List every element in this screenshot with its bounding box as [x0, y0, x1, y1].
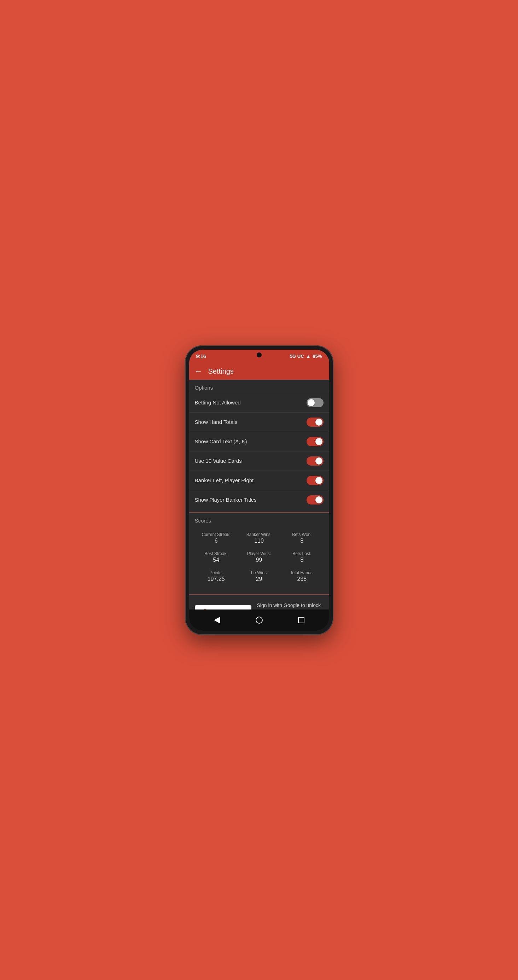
score-value-6: 197.25 — [196, 576, 236, 582]
score-bets-lost: Bets Lost: 8 — [281, 547, 323, 567]
phone-device: 9:16 5G UC ▲ 85% ← Settings Options Bett… — [185, 345, 333, 635]
toggle-use-10-value-cards[interactable] — [306, 457, 324, 466]
nav-back-button[interactable] — [214, 617, 220, 624]
recents-icon — [298, 617, 304, 623]
setting-label-2: Show Card Text (A, K) — [195, 438, 247, 444]
status-icons: 5G UC ▲ 85% — [290, 353, 322, 359]
toggle-knob-1 — [316, 418, 322, 426]
score-bets-won: Bets Won: 8 — [281, 528, 323, 547]
score-tie-wins: Tie Wins: 29 — [237, 567, 281, 586]
score-value-1: 110 — [239, 538, 279, 544]
back-button[interactable]: ← — [195, 368, 202, 375]
toggle-betting-not-allowed[interactable] — [306, 398, 324, 407]
score-banker-wins: Banker Wins: 110 — [237, 528, 281, 547]
options-section: Options Betting Not Allowed Show Hand To… — [189, 380, 329, 512]
scores-grid: Current Streak: 6 Banker Wins: 110 Bets … — [189, 526, 329, 589]
score-label-8: Total Hands: — [282, 570, 322, 575]
setting-label-0: Betting Not Allowed — [195, 399, 241, 406]
setting-betting-not-allowed: Betting Not Allowed — [189, 393, 329, 412]
camera-notch — [257, 353, 261, 358]
setting-show-player-banker-titles: Show Player Banker Titles — [189, 490, 329, 509]
score-label-4: Player Wins: — [239, 551, 279, 556]
toggle-banker-left-player-right[interactable] — [306, 476, 324, 485]
score-points: Points: 197.25 — [195, 567, 237, 586]
score-value-4: 99 — [239, 557, 279, 563]
score-value-0: 6 — [196, 538, 236, 544]
home-icon — [256, 617, 263, 624]
score-value-5: 8 — [282, 557, 322, 563]
setting-banker-left-player-right: Banker Left, Player Right — [189, 471, 329, 490]
score-current-streak: Current Streak: 6 — [195, 528, 237, 547]
toggle-knob-5 — [316, 496, 322, 503]
page-title: Settings — [208, 368, 234, 375]
settings-content: Options Betting Not Allowed Show Hand To… — [189, 380, 329, 609]
back-icon — [214, 617, 220, 624]
score-label-2: Bets Won: — [282, 532, 322, 537]
score-value-3: 54 — [196, 557, 236, 563]
score-value-8: 238 — [282, 576, 322, 582]
toggle-show-player-banker-titles[interactable] — [306, 495, 324, 504]
app-bar: ← Settings — [189, 363, 329, 380]
signal-icon: ▲ — [306, 353, 311, 359]
setting-show-card-text: Show Card Text (A, K) — [189, 432, 329, 451]
google-signin-button[interactable]: Sign in — [195, 605, 252, 609]
setting-label-3: Use 10 Value Cards — [195, 458, 242, 464]
toggle-knob-0 — [308, 399, 315, 406]
scores-header: Scores — [189, 512, 329, 526]
nav-home-button[interactable] — [256, 617, 263, 624]
score-value-7: 29 — [239, 576, 279, 582]
setting-use-10-value-cards: Use 10 Value Cards — [189, 451, 329, 471]
status-bar: 9:16 5G UC ▲ 85% — [189, 350, 329, 363]
toggle-knob-2 — [316, 438, 322, 445]
toggle-show-hand-totals[interactable] — [306, 417, 324, 427]
score-label-0: Current Streak: — [196, 532, 236, 537]
options-header: Options — [189, 380, 329, 393]
setting-label-1: Show Hand Totals — [195, 419, 237, 425]
bottom-nav — [189, 609, 329, 631]
setting-label-4: Banker Left, Player Right — [195, 477, 254, 483]
toggle-knob-3 — [316, 458, 322, 465]
score-total-hands: Total Hands: 238 — [281, 567, 323, 586]
network-label: 5G UC — [290, 353, 304, 359]
status-time: 9:16 — [196, 353, 206, 359]
signin-section: Sign in Sign in with Google to unlock ac… — [189, 595, 329, 609]
scores-section: Scores Current Streak: 6 Banker Wins: 11… — [189, 512, 329, 595]
nav-recents-button[interactable] — [298, 617, 304, 623]
signin-description: Sign in with Google to unlock achievemen… — [257, 602, 324, 609]
score-label-7: Tie Wins: — [239, 570, 279, 575]
score-player-wins: Player Wins: 99 — [237, 547, 281, 567]
phone-screen: 9:16 5G UC ▲ 85% ← Settings Options Bett… — [189, 350, 329, 631]
score-label-3: Best Streak: — [196, 551, 236, 556]
toggle-show-card-text[interactable] — [306, 437, 324, 446]
setting-label-5: Show Player Banker Titles — [195, 497, 257, 503]
score-label-5: Bets Lost: — [282, 551, 322, 556]
toggle-knob-4 — [316, 477, 322, 484]
google-icon — [201, 609, 209, 609]
battery-label: 85% — [312, 353, 322, 359]
score-best-streak: Best Streak: 54 — [195, 547, 237, 567]
score-label-1: Banker Wins: — [239, 532, 279, 537]
setting-show-hand-totals: Show Hand Totals — [189, 412, 329, 432]
score-label-6: Points: — [196, 570, 236, 575]
score-value-2: 8 — [282, 538, 322, 544]
